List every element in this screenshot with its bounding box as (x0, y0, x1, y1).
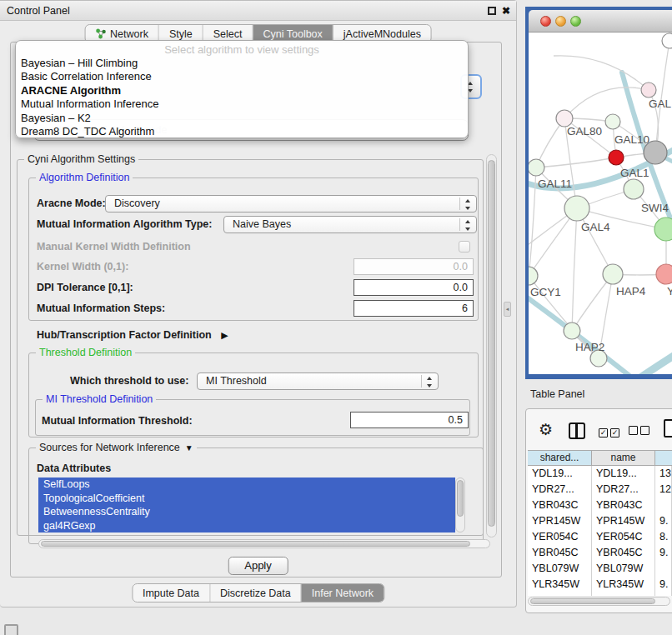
node-gcy1[interactable] (529, 267, 538, 285)
data-attributes-list: SelfLoops TopologicalCoefficient Between… (38, 478, 455, 532)
kernel-width-input[interactable]: 0.0 (354, 258, 474, 275)
algorithm-option[interactable]: Bayesian – Hill Climbing (16, 57, 468, 70)
algorithm-option[interactable]: Basic Correlation Inference (16, 70, 468, 83)
mi-algorithm-type-combo[interactable]: Naive Bayes (223, 216, 477, 233)
attribute-item-selected[interactable]: TopologicalCoefficient (38, 492, 455, 506)
unchecked-pair-icon[interactable] (629, 426, 649, 438)
page-icon[interactable] (664, 419, 672, 438)
node-gal11[interactable] (529, 159, 544, 176)
tab-impute-data[interactable]: Impute Data (133, 584, 210, 602)
aracne-mode-combo[interactable]: Discovery (105, 195, 477, 212)
float-window-icon[interactable] (488, 7, 496, 15)
checked-pair-icon[interactable]: ✓✓ (599, 426, 619, 438)
attribute-item-selected[interactable]: SelfLoops (38, 478, 455, 492)
node-bright-green[interactable] (654, 218, 672, 241)
manual-kernel-width-checkbox[interactable] (459, 241, 470, 252)
node-label: GAL (649, 98, 672, 110)
algorithm-dropdown-popup: Select algorithm to view settings Bayesi… (15, 40, 469, 138)
column-header-partial[interactable] (655, 450, 672, 466)
node-hap2[interactable] (564, 322, 580, 339)
table-row[interactable]: YPR145WYPR145W9. (528, 513, 672, 529)
table-row[interactable]: YIL052CYIL052C9 (528, 592, 672, 596)
cyni-bottom-tabs: Impute Data Discretize Data Infer Networ… (132, 583, 384, 602)
node-label: GAL11 (538, 178, 572, 190)
column-header-shared-name[interactable]: shared... (528, 450, 592, 466)
minimized-panel-icon[interactable] (4, 624, 18, 635)
control-panel-titlebar: Control Panel ✖ (0, 1, 516, 21)
cell: 9. (655, 513, 672, 529)
table-horizontal-scrollbar[interactable] (528, 597, 670, 606)
node-gal80[interactable] (556, 110, 573, 127)
scrollbar-thumb[interactable] (488, 160, 495, 527)
table-row[interactable]: YLR345WYLR345W9. (528, 577, 672, 592)
node-label: GAL1 (620, 167, 649, 179)
node-gal10[interactable] (605, 114, 620, 129)
algorithm-option-selected[interactable]: ARACNE Algorithm (16, 84, 468, 98)
checked-box-icon: ✓ (599, 428, 608, 438)
stepper-arrows-icon (463, 198, 474, 211)
combo-value: MI Threshold (206, 375, 267, 387)
table-row[interactable]: YDR27...YDR27...12 (528, 482, 672, 498)
hub-definition-toggle[interactable]: Hub/Transcription Factor Definition ▶ (37, 329, 228, 341)
stepper-arrows-icon (463, 219, 474, 232)
node-label: SWI4 (641, 202, 669, 214)
settings-horizontal-scrollbar[interactable] (38, 539, 490, 548)
node[interactable] (662, 33, 672, 48)
cell: 9 (655, 592, 672, 596)
minimize-light-icon[interactable] (555, 16, 566, 27)
columns-icon[interactable] (569, 422, 585, 439)
node-table: YDL19...YDL19...13 YDR27...YDR27...12 YB… (528, 466, 672, 596)
node-swi4[interactable] (624, 179, 644, 199)
tab-discretize-data[interactable]: Discretize Data (210, 584, 302, 602)
gear-icon[interactable]: ⚙ (539, 420, 553, 439)
table-row[interactable]: YDL19...YDL19...13 (528, 466, 672, 482)
combo-value: Discovery (114, 198, 160, 209)
node-gal1-selected[interactable] (609, 150, 624, 165)
cell: YBL079W (528, 561, 592, 577)
column-header-name[interactable]: name (592, 450, 655, 466)
apply-button[interactable]: Apply (228, 557, 288, 575)
panel-splitter-handle[interactable]: ◂ (504, 302, 511, 317)
aracne-mode-label: Aracne Mode: (37, 198, 106, 209)
collapsed-arrow-icon: ▶ (221, 330, 228, 341)
algorithm-option[interactable]: Mutual Information Inference (16, 98, 468, 111)
cell: 9. (655, 545, 672, 561)
control-panel-window: Control Panel ✖ Network Style Select Cyn… (0, 0, 517, 608)
cell: YLR345W (592, 577, 655, 592)
table-row[interactable]: YER054CYER054C8. (528, 529, 672, 545)
network-canvas[interactable]: GAL GAL80 GAL10 GAL1 GAL11 SWI4 GAL4 GCY… (529, 32, 672, 374)
cell: YDR27... (528, 482, 592, 498)
scrollbar-thumb[interactable] (530, 598, 655, 604)
table-row[interactable]: YBR043CYBR043C (528, 498, 672, 513)
table-row[interactable]: YBR045CYBR045C9. (528, 545, 672, 561)
node-salmon[interactable] (656, 264, 672, 284)
attribute-item-selected[interactable]: gal4RGexp (38, 519, 455, 533)
dpi-tolerance-input[interactable]: 0.0 (354, 279, 474, 296)
attributes-list-scrollbar[interactable] (455, 478, 465, 532)
group-title: MI Threshold Definition (43, 393, 156, 405)
scrollbar-thumb[interactable] (41, 541, 470, 547)
node-label: Y (667, 285, 672, 298)
table-row[interactable]: YBL079WYBL079W (528, 561, 672, 577)
sources-title-wrap[interactable]: Sources for Network Inference▼ (36, 442, 197, 453)
zoom-light-icon[interactable] (570, 16, 581, 27)
algorithm-option[interactable]: Dream8 DC_TDC Algorithm (16, 125, 468, 138)
table-panel-title: Table Panel (530, 388, 584, 400)
unchecked-box-icon (629, 426, 638, 435)
node-gal-partial[interactable] (641, 82, 656, 98)
settings-vertical-scrollbar[interactable] (486, 154, 497, 538)
network-icon (95, 28, 106, 39)
close-icon[interactable]: ✖ (502, 3, 510, 18)
algorithm-option[interactable]: Bayesian – K2 (16, 112, 468, 125)
node-gal4[interactable] (564, 196, 589, 221)
scrollbar-thumb[interactable] (457, 480, 464, 517)
attribute-item-selected[interactable]: BetweennessCentrality (38, 505, 455, 519)
node-hap4[interactable] (603, 264, 623, 284)
close-light-icon[interactable] (540, 16, 551, 27)
which-threshold-combo[interactable]: MI Threshold (197, 372, 439, 390)
sources-title: Sources for Network Inference (39, 442, 180, 453)
which-threshold-label: Which threshold to use: (70, 375, 188, 387)
tab-infer-network[interactable]: Infer Network (302, 584, 384, 602)
mi-steps-input[interactable]: 6 (354, 300, 474, 317)
mi-threshold-input[interactable]: 0.5 (350, 412, 469, 428)
